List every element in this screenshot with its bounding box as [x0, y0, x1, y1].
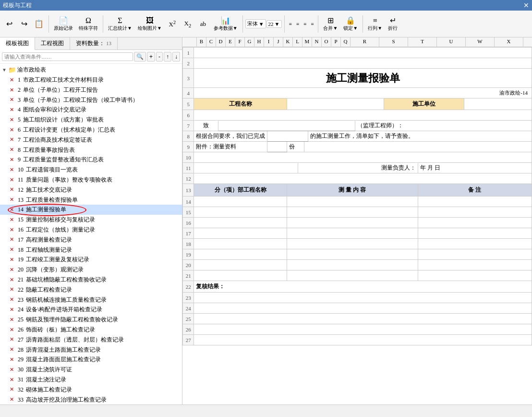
toolbar-copy[interactable]: 📋 — [32, 18, 46, 30]
toolbar-undo[interactable]: ↩ — [2, 18, 16, 30]
sheet-cell[interactable]: 工程名称 — [194, 98, 287, 110]
sheet-cell[interactable] — [194, 270, 287, 281]
sheet-cell[interactable] — [287, 228, 418, 239]
sheet-cell[interactable] — [194, 260, 287, 270]
sheet-cell[interactable]: 的施工测量工作，清单如下，请予查验。 — [308, 131, 532, 142]
sheet-cell[interactable] — [418, 260, 532, 270]
sheet-cell[interactable]: 渝市政绘-14 — [194, 88, 532, 98]
sheet-cell[interactable] — [287, 196, 418, 207]
add-button[interactable]: + — [147, 52, 155, 61]
sheet-cell[interactable] — [218, 121, 355, 131]
up-button[interactable]: ↑ — [164, 52, 171, 61]
tree-item-2[interactable]: ✕2单位（子单位）工程开工报告 — [0, 85, 182, 95]
tree-item-5[interactable]: ✕5施工组织设计（或方案）审批表 — [0, 115, 182, 125]
sheet-cell[interactable]: （监理工程师）： — [355, 121, 532, 131]
toolbar-merge[interactable]: ⊞ 合并▼ — [321, 14, 340, 33]
sheet-cell[interactable] — [267, 142, 287, 152]
tree-item-14[interactable]: ✕14施工测量报验单 — [0, 205, 182, 215]
sheet-cell[interactable]: 致 — [194, 121, 218, 131]
close-button[interactable]: ✕ — [523, 1, 529, 10]
sheet-cell[interactable]: 测量负责人： — [298, 163, 418, 173]
tree-item-27[interactable]: ✕27沥青路面粘层（透层、封层）检查记录 — [0, 335, 182, 345]
tree-item-3[interactable]: ✕3单位（子单位）工程竣工报告（竣工申请书） — [0, 95, 182, 105]
toolbar-wrap[interactable]: ↵ 折行 — [386, 14, 400, 33]
sheet-body[interactable]: 123施工测量报验单4渝市政绘-145工程名称施工单位67致（监理工程师）：8根… — [182, 47, 532, 405]
sheet-cell[interactable] — [287, 260, 418, 270]
align-center-btn[interactable]: ≡ — [294, 20, 301, 28]
tree-item-32[interactable]: ✕32砌体施工检查记录 — [0, 385, 182, 395]
sheet-cell[interactable]: 年 月 日 — [418, 163, 532, 173]
sheet-cell[interactable] — [194, 152, 532, 163]
toolbar-summary[interactable]: Σ 汇总统计▼ — [106, 14, 134, 33]
align-left-btn[interactable]: ≡ — [287, 20, 294, 28]
sheet-cell[interactable] — [287, 270, 418, 281]
sheet-cell[interactable] — [418, 228, 532, 239]
sheet-cell[interactable] — [194, 218, 287, 228]
sheet-cell[interactable] — [287, 239, 418, 249]
tree-item-20[interactable]: ✕20沉降（变形）观测记录 — [0, 265, 182, 275]
tree-item-18[interactable]: ✕18工程轴线测量记录 — [0, 245, 182, 255]
align-right-btn[interactable]: ≡ — [302, 20, 308, 28]
tree-item-26[interactable]: ✕26饰面砖（板）施工检查记录 — [0, 325, 182, 335]
search-button[interactable]: 🔍 — [134, 52, 146, 61]
sheet-cell[interactable] — [418, 196, 532, 207]
tree-item-10[interactable]: ✕10工程遗留项目一览表 — [0, 165, 182, 175]
sheet-cell[interactable] — [194, 249, 287, 260]
tree-container[interactable]: ▼ 📁 渝市政绘表 ✕1市政工程竣工技术文件材料目录✕2单位（子单位）工程开工报… — [0, 64, 182, 405]
tab-project-view[interactable]: 工程视图 — [35, 37, 70, 49]
tree-item-6[interactable]: ✕6工程设计变更（技术核定单）汇总表 — [0, 125, 182, 135]
tree-item-1[interactable]: ✕1市政工程竣工技术文件材料目录 — [0, 75, 182, 85]
sheet-cell[interactable] — [194, 303, 532, 314]
tree-item-15[interactable]: ✕15测量控制桩移交与复核记录 — [0, 215, 182, 225]
sheet-cell[interactable] — [194, 207, 287, 218]
sheet-cell[interactable] — [304, 142, 532, 152]
sheet-cell[interactable] — [418, 207, 532, 218]
sheet-cell[interactable] — [287, 249, 418, 260]
sheet-cell[interactable]: 测 量 内 容 — [287, 184, 418, 196]
tree-item-23[interactable]: ✕23钢筋机械连接施工质量检查记录 — [0, 295, 182, 305]
tree-item-17[interactable]: ✕17高程测量检查记录 — [0, 235, 182, 245]
toolbar-subscript[interactable]: X2 — [181, 18, 195, 30]
tree-item-19[interactable]: ✕19工程竣工测量及复核记录 — [0, 255, 182, 265]
align-justify-btn[interactable]: ≡ — [309, 20, 315, 28]
sheet-cell[interactable] — [194, 173, 532, 184]
sheet-cell[interactable]: 根据合同要求，我们已完成 — [194, 131, 267, 142]
sheet-cell[interactable] — [194, 228, 287, 239]
toolbar-ref-data[interactable]: 📊 参考数据▼ — [211, 14, 240, 33]
sheet-cell[interactable] — [194, 58, 532, 69]
sheet-cell[interactable] — [287, 98, 384, 110]
sheet-cell[interactable] — [194, 239, 287, 249]
toolbar-special-char[interactable]: Ω 特殊字符 — [76, 14, 100, 33]
toolbar-ab[interactable]: ab — [196, 19, 210, 29]
tree-item-22[interactable]: ✕22隐蔽工程检查记录 — [0, 285, 182, 295]
sheet-cell[interactable] — [287, 218, 418, 228]
sheet-cell[interactable]: 复核结果： — [194, 281, 532, 293]
tree-item-8[interactable]: ✕8工程质量事故报告表 — [0, 145, 182, 155]
sheet-cell[interactable]: 份 — [287, 142, 304, 152]
sheet-cell[interactable] — [194, 196, 287, 207]
tree-item-31[interactable]: ✕31混凝土浇注记录 — [0, 375, 182, 385]
search-input[interactable] — [2, 52, 133, 61]
down-button[interactable]: ↓ — [172, 52, 180, 61]
font-size-selector[interactable]: 22 ▼ — [266, 20, 282, 28]
sheet-cell[interactable] — [418, 270, 532, 281]
tree-item-13[interactable]: ✕13工程质量检查报验单 — [0, 195, 182, 205]
sheet-cell[interactable] — [194, 163, 298, 173]
tab-template-view[interactable]: 模板视图 — [0, 37, 35, 50]
sheet-cell[interactable]: 施工单位 — [384, 98, 464, 110]
toolbar-superscript[interactable]: X2 — [165, 18, 180, 30]
tree-item-25[interactable]: ✕25钢筋及预埋件隐蔽工程检查验收记录 — [0, 315, 182, 325]
toolbar-lock[interactable]: 🔒 锁定▼ — [341, 14, 360, 33]
sheet-cell[interactable] — [194, 293, 532, 303]
tree-item-29[interactable]: ✕29混凝土路面面层施工检查记录 — [0, 355, 182, 365]
remove-button[interactable]: - — [156, 52, 163, 61]
tree-item-16[interactable]: ✕16工程定位（放线）测量记录 — [0, 225, 182, 235]
sheet-cell[interactable]: 附件：测量资料 — [194, 142, 267, 152]
sheet-cell[interactable] — [194, 324, 532, 335]
sheet-cell[interactable]: 分（项）部工程名称 — [194, 184, 287, 196]
sheet-cell[interactable] — [194, 335, 532, 345]
font-selector[interactable]: 宋体 ▼ — [245, 19, 266, 28]
sheet-cell[interactable] — [287, 207, 418, 218]
tree-root-item[interactable]: ▼ 📁 渝市政绘表 — [0, 65, 182, 75]
toolbar-redo[interactable]: ↪ — [17, 18, 31, 30]
